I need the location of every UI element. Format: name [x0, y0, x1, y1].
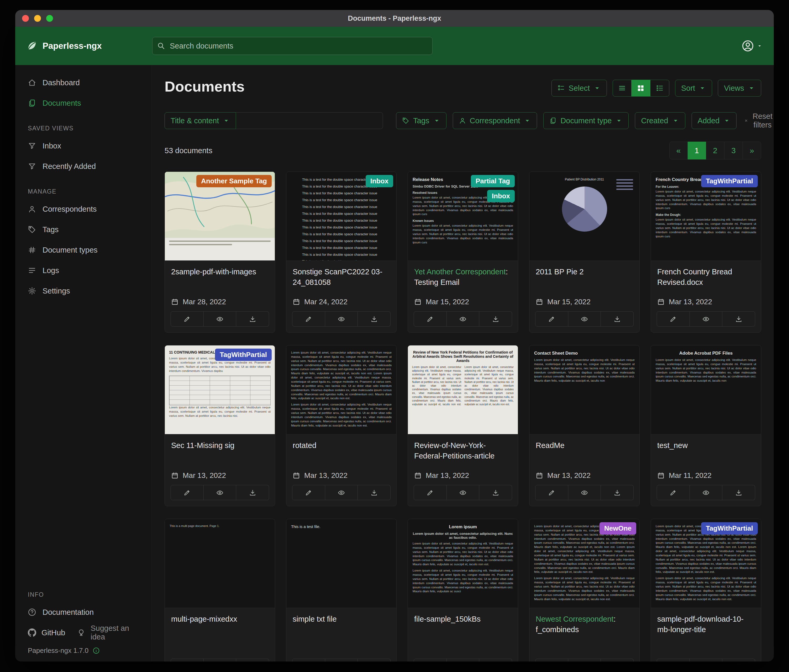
- edit-button[interactable]: [535, 659, 568, 661]
- tag-chip-inbox[interactable]: Inbox: [487, 190, 515, 202]
- reset-filters-button[interactable]: Reset filters: [743, 112, 774, 130]
- filter-button-tags[interactable]: Tags: [396, 112, 446, 129]
- document-thumbnail[interactable]: Release NotesSimba ODBC Driver for SQL S…: [408, 172, 518, 261]
- edit-button[interactable]: [657, 485, 690, 500]
- edit-button[interactable]: [292, 311, 325, 326]
- tag-chip-tagwithpartial[interactable]: TagWithPartial: [701, 175, 758, 187]
- view-button[interactable]: [325, 659, 358, 661]
- document-thumbnail[interactable]: Another Sample Tag: [165, 172, 275, 261]
- search-input[interactable]: [169, 41, 428, 51]
- title-content-filter-input[interactable]: [236, 112, 383, 129]
- download-button[interactable]: [601, 659, 634, 661]
- search-box[interactable]: [152, 37, 433, 55]
- view-button[interactable]: [568, 311, 601, 326]
- view-button[interactable]: [568, 485, 601, 500]
- download-button[interactable]: [236, 485, 269, 500]
- download-button[interactable]: [358, 485, 391, 500]
- document-title[interactable]: Yet Another Correspondent: Testing Email: [414, 266, 511, 287]
- download-button[interactable]: [722, 485, 755, 500]
- brand[interactable]: Paperless-ngx: [26, 40, 152, 52]
- page-button-3[interactable]: 3: [724, 142, 743, 159]
- document-title[interactable]: 2011 BP Pie 2: [536, 266, 633, 277]
- view-button[interactable]: [447, 485, 479, 500]
- download-button[interactable]: [358, 659, 391, 661]
- sidebar-item-dashboard[interactable]: Dashboard: [15, 72, 152, 93]
- document-title[interactable]: simple txt file: [293, 614, 390, 624]
- document-thumbnail[interactable]: This is a multi page document. Page 1.: [165, 519, 275, 608]
- document-title[interactable]: Newest Correspondent: f_combineds: [536, 614, 633, 635]
- tag-chip-another-sample-tag[interactable]: Another Sample Tag: [196, 175, 272, 187]
- sidebar-item-inbox[interactable]: Inbox: [15, 135, 152, 156]
- view-grid-button[interactable]: [631, 80, 650, 97]
- download-button[interactable]: [601, 311, 634, 326]
- view-button[interactable]: [204, 485, 236, 500]
- download-button[interactable]: [722, 659, 755, 661]
- download-button[interactable]: [722, 311, 755, 326]
- tag-chip-inbox[interactable]: Inbox: [366, 175, 393, 187]
- document-thumbnail[interactable]: This is a test for the double space char…: [286, 172, 396, 261]
- document-title[interactable]: file-sample_150kBs: [414, 614, 511, 624]
- document-thumbnail[interactable]: Review of New York Federal Petitions for…: [408, 346, 518, 434]
- sidebar-item-github[interactable]: GitHub: [28, 629, 65, 637]
- tag-chip-newone[interactable]: NewOne: [599, 522, 636, 535]
- sidebar-item-suggest-idea[interactable]: Suggest an idea: [77, 624, 144, 641]
- download-button[interactable]: [479, 485, 512, 500]
- filter-button-document-type[interactable]: Document type: [543, 112, 629, 129]
- zoom-window-button[interactable]: [46, 15, 53, 22]
- edit-button[interactable]: [657, 659, 690, 661]
- close-window-button[interactable]: [22, 15, 29, 22]
- document-thumbnail[interactable]: Lorem ipsum dolor sit amet, consectetur …: [529, 519, 639, 608]
- document-thumbnail[interactable]: Lorem ipsumLorem ipsum dolor sit amet, c…: [408, 519, 518, 608]
- filter-button-created[interactable]: Created: [635, 112, 685, 129]
- edit-button[interactable]: [535, 485, 568, 500]
- view-button[interactable]: [447, 659, 479, 661]
- document-title[interactable]: ReadMe: [536, 440, 633, 451]
- document-thumbnail[interactable]: This is a test file.: [286, 519, 396, 608]
- select-button[interactable]: Select: [551, 80, 607, 97]
- document-title[interactable]: multi-page-mixedxx: [171, 614, 268, 624]
- download-button[interactable]: [358, 311, 391, 326]
- download-button[interactable]: [601, 485, 634, 500]
- download-button[interactable]: [236, 659, 269, 661]
- download-button[interactable]: [479, 659, 512, 661]
- document-thumbnail[interactable]: Patient BP Distribution 2011: [529, 172, 639, 261]
- document-thumbnail[interactable]: French Country BreadFor the Leaven:Lorem…: [651, 172, 761, 261]
- page-next-button[interactable]: »: [743, 142, 761, 159]
- document-title[interactable]: Sonstige ScanPC2022 03-24_081058: [293, 266, 390, 287]
- page-prev-button[interactable]: «: [669, 142, 688, 159]
- sidebar-item-document-types[interactable]: Document types: [15, 240, 152, 260]
- document-thumbnail[interactable]: Lorem ipsum dolor sit amet, consectetur …: [651, 519, 761, 608]
- view-button[interactable]: [204, 659, 236, 661]
- document-title[interactable]: Review-of-New-York-Federal-Petitions-art…: [414, 440, 511, 461]
- edit-button[interactable]: [414, 485, 447, 500]
- view-list-button[interactable]: [613, 80, 631, 97]
- view-button[interactable]: [568, 659, 601, 661]
- sort-button[interactable]: Sort: [675, 80, 712, 97]
- view-button[interactable]: [325, 311, 358, 326]
- view-button[interactable]: [447, 311, 479, 326]
- document-title[interactable]: Sec 11-Missing sig: [171, 440, 268, 451]
- tag-chip-tagwithpartial[interactable]: TagWithPartial: [701, 522, 758, 535]
- document-thumbnail[interactable]: Adobe Acrobat PDF FilesLorem ipsum dolor…: [651, 346, 761, 434]
- sidebar-item-settings[interactable]: Settings: [15, 281, 152, 301]
- view-button[interactable]: [325, 485, 358, 500]
- edit-button[interactable]: [292, 485, 325, 500]
- user-menu[interactable]: [742, 40, 762, 52]
- page-button-1[interactable]: 1: [688, 142, 706, 159]
- title-content-filter-button[interactable]: Title & content: [165, 112, 236, 129]
- edit-button[interactable]: [171, 659, 204, 661]
- view-button[interactable]: [690, 485, 723, 500]
- sidebar-item-recently-added[interactable]: Recently Added: [15, 156, 152, 177]
- edit-button[interactable]: [414, 659, 447, 661]
- sidebar-item-logs[interactable]: Logs: [15, 260, 152, 281]
- sidebar-item-correspondents[interactable]: Correspondents: [15, 199, 152, 219]
- tag-chip-tagwithpartial[interactable]: TagWithPartial: [215, 349, 272, 361]
- document-thumbnail[interactable]: 11 CONTINUING MEDICAL EDUCALorem ipsum d…: [165, 346, 275, 434]
- filter-button-added[interactable]: Added: [692, 112, 737, 129]
- tag-chip-partial-tag[interactable]: Partial Tag: [471, 175, 515, 187]
- page-button-2[interactable]: 2: [706, 142, 724, 159]
- document-thumbnail[interactable]: Contact Sheet DemoLorem ipsum dolor sit …: [529, 346, 639, 434]
- edit-button[interactable]: [292, 659, 325, 661]
- edit-button[interactable]: [171, 311, 204, 326]
- document-thumbnail[interactable]: Lorem ipsum dolor sit amet, consectetur …: [286, 346, 396, 434]
